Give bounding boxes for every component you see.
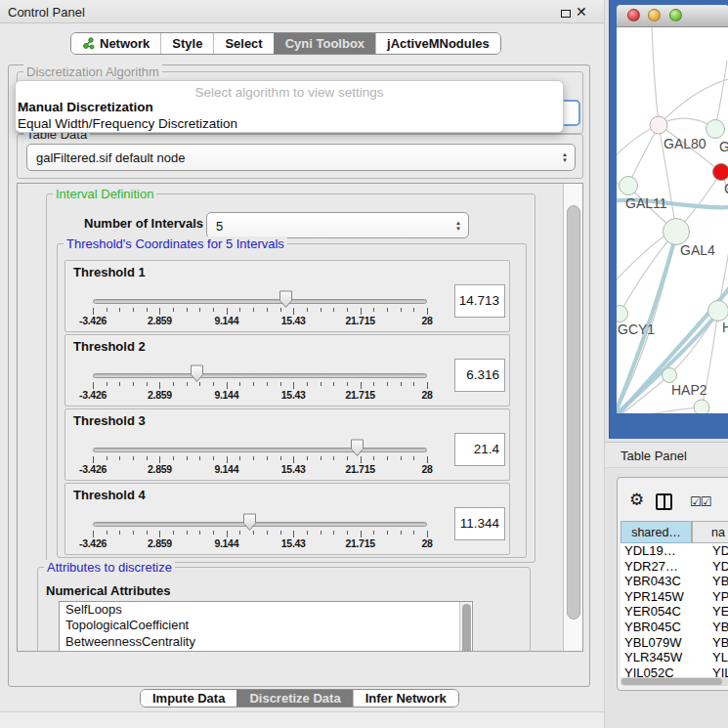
network-node-gal80[interactable] (650, 116, 667, 134)
tab-impute-data[interactable]: Impute Data (141, 690, 236, 707)
mac-minimize-icon[interactable] (648, 9, 661, 21)
table-row[interactable]: YBR045CYBR0 (621, 620, 728, 635)
mac-close-icon[interactable] (627, 9, 640, 21)
cell-shared-name[interactable]: YLR345W (624, 650, 682, 664)
tab-infer-network[interactable]: Infer Network (353, 690, 458, 707)
minor-tick (267, 531, 268, 535)
table-horizontal-scrollbar[interactable] (621, 677, 728, 686)
table-row[interactable]: YER054CYER0 (621, 604, 728, 620)
cell-name[interactable]: YBL0 (712, 635, 728, 650)
float-window-icon[interactable] (561, 10, 571, 18)
network-edge[interactable] (617, 236, 665, 283)
gear-icon[interactable]: ⚙ (629, 490, 644, 509)
network-edge[interactable] (715, 61, 727, 129)
panel-scrollbar[interactable] (563, 184, 583, 651)
cell-name[interactable]: YLR3 (712, 650, 728, 664)
network-node-gal11[interactable] (620, 177, 638, 195)
slider-track[interactable] (93, 299, 427, 304)
tab-jactivemnodules[interactable]: jActiveMNodules (375, 33, 500, 54)
threshold-value-field[interactable]: 11.344 (454, 507, 505, 540)
cell-name[interactable]: YDL1 (712, 543, 728, 558)
scrollbar-thumb[interactable] (462, 604, 471, 652)
tab-discretize-data[interactable]: Discretize Data (236, 690, 352, 707)
cell-name[interactable]: YIL0 (712, 665, 728, 677)
table-row[interactable]: YIL052CYIL0 (621, 665, 728, 677)
network-node-gcy1[interactable] (617, 306, 628, 322)
slider-track[interactable] (93, 448, 427, 452)
cell-name[interactable]: YDR2 (712, 559, 728, 574)
table-row[interactable]: YDL19…YDL1 (621, 543, 728, 559)
dropdown-placeholder[interactable]: Select algorithm to view settings (16, 85, 563, 100)
scrollbar-thumb[interactable] (621, 678, 722, 685)
network-edge[interactable] (628, 125, 659, 186)
cell-name[interactable]: YBR0 (712, 574, 728, 588)
cell-shared-name[interactable]: YDL19… (624, 543, 676, 558)
threshold-value-field[interactable]: 14.713 (454, 284, 505, 318)
table-row[interactable]: YBL079WYBL0 (621, 635, 728, 651)
table-row[interactable]: YLR345WYLR3 (621, 650, 728, 665)
network-node-c[interactable] (713, 164, 728, 181)
slider-thumb[interactable] (350, 439, 364, 457)
cell-shared-name[interactable]: YBR043C (624, 574, 681, 588)
network-node-gal4[interactable] (664, 219, 690, 245)
network-edge[interactable] (620, 232, 676, 314)
cell-shared-name[interactable]: YBL079W (624, 635, 682, 650)
network-node-ga[interactable] (707, 120, 725, 139)
table-data-combobox[interactable]: galFiltered.sif default node ▲▼ (26, 144, 576, 171)
major-tick (427, 456, 428, 463)
table-row[interactable]: YDR27…YDR2 (621, 559, 728, 575)
column-header-name[interactable]: na (692, 521, 728, 543)
tab-style[interactable]: Style (160, 33, 213, 54)
minor-tick (373, 456, 374, 460)
dropdown-option-manual-discretization[interactable]: Manual Discretization (18, 100, 561, 115)
minor-tick (187, 531, 188, 535)
tab-cyni-toolbox[interactable]: Cyni Toolbox (274, 33, 375, 54)
list-item[interactable]: SelfLoops (60, 602, 472, 618)
network-node-h[interactable] (708, 301, 728, 321)
slider-thumb[interactable] (242, 513, 257, 532)
table-row[interactable]: YBR043CYBR0 (621, 574, 728, 589)
slider-thumb[interactable] (190, 364, 204, 383)
network-edge[interactable] (652, 27, 659, 125)
close-icon[interactable]: ✕ (576, 4, 587, 20)
slider-thumb[interactable] (278, 290, 293, 309)
slider-track[interactable] (93, 522, 427, 527)
checked-boxes-icon[interactable]: ☑☑ (690, 494, 710, 509)
network-view-window[interactable]: GAL80GACGAL11GAL4GCY1HHAP2 (609, 0, 728, 439)
cell-shared-name[interactable]: YDR27… (624, 559, 678, 574)
table-row[interactable]: YPR145WYPR1 (621, 589, 728, 605)
column-header-shared-name[interactable]: shared… (621, 521, 692, 543)
cell-name[interactable]: YPR1 (712, 589, 728, 604)
network-node-hap2[interactable] (663, 368, 677, 383)
mac-zoom-icon[interactable] (669, 9, 682, 21)
minor-tick (119, 456, 120, 460)
threshold-panel: Threshold 1-3.4262.8599.14415.4321.71528… (64, 260, 510, 332)
interval-definition-title: Interval Definition (53, 187, 156, 201)
list-scrollbar[interactable] (459, 602, 471, 652)
scrollbar-thumb[interactable] (567, 205, 580, 620)
cell-name[interactable]: YBR0 (712, 620, 728, 634)
list-item[interactable]: BetweennessCentrality (60, 634, 472, 650)
network-node[interactable] (694, 400, 709, 413)
tab-select[interactable]: Select (213, 33, 273, 54)
network-window-titlebar[interactable] (617, 5, 728, 27)
tick-label: 2.859 (138, 315, 181, 326)
split-columns-icon[interactable] (656, 493, 672, 510)
number-of-intervals-combobox[interactable]: 5 ▲▼ (206, 212, 469, 238)
cell-name[interactable]: YER0 (712, 604, 728, 619)
network-canvas[interactable]: GAL80GACGAL11GAL4GCY1HHAP2 (617, 27, 728, 413)
slider-track[interactable] (93, 373, 427, 378)
cell-shared-name[interactable]: YIL052C (624, 665, 674, 677)
threshold-value-field[interactable]: 21.4 (454, 433, 505, 466)
cell-shared-name[interactable]: YBR045C (624, 620, 681, 634)
minor-tick (147, 382, 148, 386)
cell-shared-name[interactable]: YPR145W (624, 589, 684, 604)
tick-label: 2.859 (138, 389, 181, 401)
threshold-value-field[interactable]: 6.316 (454, 359, 505, 392)
minor-tick (253, 382, 254, 386)
tab-network-label: Network (100, 33, 150, 55)
tab-network[interactable]: Network (71, 33, 160, 54)
cell-shared-name[interactable]: YER054C (624, 604, 681, 619)
dropdown-option-equal-width-frequency[interactable]: Equal Width/Frequency Discretization (18, 116, 561, 132)
list-item[interactable]: TopologicalCoefficient (60, 618, 472, 633)
